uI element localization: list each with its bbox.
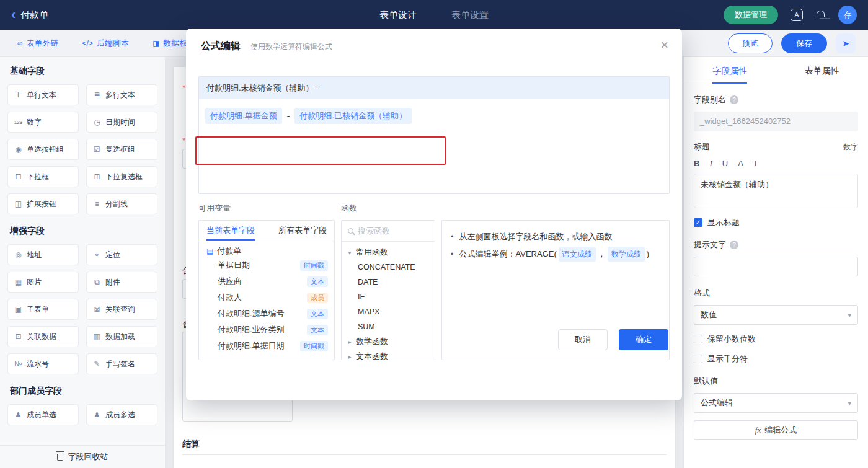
function-item[interactable]: IF bbox=[342, 289, 435, 304]
avatar[interactable]: 存 bbox=[838, 6, 857, 24]
font-color-button[interactable]: A bbox=[738, 159, 743, 169]
show-title-option[interactable]: 显示标题 bbox=[694, 217, 858, 228]
location-icon: ⌖ bbox=[91, 250, 103, 259]
formula-operator[interactable]: - bbox=[287, 111, 290, 121]
title-label: 标题 bbox=[694, 141, 710, 152]
variable-item[interactable]: 单据日期时间戳 bbox=[199, 257, 334, 273]
variable-name: 单据日期 bbox=[218, 260, 250, 271]
checkbox-icon[interactable] bbox=[694, 335, 702, 343]
variables-tab[interactable]: 所有表单字段 bbox=[278, 221, 327, 241]
help-icon[interactable]: ? bbox=[730, 241, 738, 249]
underline-button[interactable]: U bbox=[722, 159, 728, 169]
help-line: •从左侧面板选择字段名和函数，或输入函数 bbox=[451, 230, 660, 244]
save-button[interactable]: 保存 bbox=[781, 33, 827, 53]
variable-type-tag: 时间戳 bbox=[300, 341, 328, 351]
field-button[interactable]: ♟成员多选 bbox=[86, 404, 157, 425]
signature-icon: ✎ bbox=[91, 360, 103, 368]
subform-icon: ▣ bbox=[12, 305, 24, 314]
field-button[interactable]: 123数字 bbox=[7, 112, 79, 133]
function-group[interactable]: ▾常用函数 bbox=[342, 245, 435, 260]
notification-bell-icon[interactable] bbox=[815, 11, 826, 20]
confirm-button[interactable]: 确定 bbox=[619, 329, 668, 350]
props-tab[interactable]: 表单属性 bbox=[776, 57, 868, 84]
field-button-label: 下拉复选框 bbox=[105, 172, 143, 182]
checkbox-icon[interactable] bbox=[694, 355, 702, 363]
variable-item[interactable]: 付款明细.源单编号文本 bbox=[199, 306, 334, 322]
function-item[interactable]: DATE bbox=[342, 275, 435, 289]
help-text: ， bbox=[598, 247, 606, 261]
field-button-label: 日期时间 bbox=[105, 117, 135, 128]
format-select[interactable]: 数值 ▾ bbox=[694, 305, 858, 325]
form-node[interactable]: ▤付款单 bbox=[199, 241, 334, 257]
font-size-button[interactable]: T bbox=[753, 159, 758, 169]
nav-tab[interactable]: 表单设计 bbox=[379, 9, 417, 21]
formula-field-token[interactable]: 付款明细.单据金额 bbox=[205, 108, 282, 124]
default-value-select[interactable]: 公式编辑 ▾ bbox=[694, 393, 858, 413]
address-icon: ◎ bbox=[12, 250, 24, 259]
field-button[interactable]: ◷日期时间 bbox=[86, 112, 157, 133]
field-recycle-bin[interactable]: 字段回收站 bbox=[0, 445, 165, 468]
field-button-label: 流水号 bbox=[27, 359, 49, 369]
field-button[interactable]: ⊡关联数据 bbox=[7, 326, 79, 347]
app-switch-icon[interactable]: A bbox=[790, 9, 803, 21]
preview-button[interactable]: 预览 bbox=[728, 33, 773, 53]
field-button[interactable]: ≣多行文本 bbox=[86, 84, 157, 105]
thousand-option[interactable]: 显示千分符 bbox=[694, 353, 858, 364]
function-item[interactable]: MAPX bbox=[342, 304, 435, 319]
function-item[interactable]: SUM bbox=[342, 319, 435, 334]
function-item[interactable]: CONCATENATE bbox=[342, 260, 435, 275]
props-tab[interactable]: 字段属性 bbox=[684, 57, 776, 84]
field-button-label: 子表单 bbox=[27, 304, 49, 315]
formula-editor[interactable]: 付款明细.未核销金额（辅助） = 付款明细.单据金额-付款明细.已核销金额（辅助… bbox=[198, 76, 670, 194]
field-button[interactable]: ✎手写签名 bbox=[86, 353, 157, 374]
hint-input[interactable] bbox=[694, 257, 858, 276]
formula-expression[interactable]: 付款明细.单据金额-付款明细.已核销金额（辅助） bbox=[205, 108, 663, 124]
bold-button[interactable]: B bbox=[694, 159, 699, 169]
field-button-label: 关联查询 bbox=[105, 304, 135, 315]
field-button[interactable]: ⧉附件 bbox=[86, 272, 157, 293]
variable-item[interactable]: 供应商文本 bbox=[199, 273, 334, 289]
function-search-input[interactable]: 搜索函数 bbox=[342, 221, 435, 242]
nav-tab[interactable]: 表单设置 bbox=[451, 9, 489, 21]
field-button[interactable]: ≡分割线 bbox=[86, 193, 157, 214]
formula-field-token[interactable]: 付款明细.已核销金额（辅助） bbox=[294, 108, 412, 124]
field-button[interactable]: ♟成员单选 bbox=[7, 404, 79, 425]
variables-tab[interactable]: 当前表单字段 bbox=[206, 221, 255, 241]
field-button[interactable]: T单行文本 bbox=[7, 84, 79, 105]
field-button-label: 分割线 bbox=[105, 199, 128, 210]
field-button[interactable]: ⌖定位 bbox=[86, 244, 157, 265]
field-alias-input[interactable]: _widget_1662452402752 bbox=[694, 112, 858, 131]
variable-item[interactable]: 付款明细.单据日期时间戳 bbox=[199, 338, 334, 354]
italic-button[interactable]: I bbox=[709, 159, 712, 169]
variable-item[interactable]: 付款明细.业务类别文本 bbox=[199, 322, 334, 338]
help-icon[interactable]: ? bbox=[730, 95, 738, 104]
field-button[interactable]: ▦图片 bbox=[7, 272, 79, 293]
edit-formula-button[interactable]: fx 编辑公式 bbox=[694, 420, 858, 440]
toolbar-link[interactable]: ∞表单外链 bbox=[17, 38, 59, 49]
function-group[interactable]: ▸数学函数 bbox=[342, 334, 435, 349]
function-group[interactable]: ▸文本函数 bbox=[342, 349, 435, 360]
field-button[interactable]: №流水号 bbox=[7, 353, 79, 374]
sidebar-section-title: 增强字段 bbox=[10, 226, 155, 237]
title-editor[interactable]: 未核销金额（辅助） bbox=[694, 174, 858, 208]
section-heading: 结算 bbox=[182, 439, 200, 450]
field-button-label: 定位 bbox=[105, 250, 120, 260]
share-icon[interactable]: ➤ bbox=[836, 33, 856, 53]
close-icon[interactable]: × bbox=[660, 38, 668, 52]
field-button[interactable]: ⊞下拉复选框 bbox=[86, 166, 157, 187]
toolbar-link[interactable]: </>后端脚本 bbox=[82, 38, 129, 49]
variable-item[interactable]: 付款人成员 bbox=[199, 289, 334, 306]
checkbox-icon[interactable] bbox=[694, 218, 702, 227]
back-icon[interactable]: ‹ bbox=[11, 9, 16, 21]
field-button[interactable]: ▥数据加载 bbox=[86, 326, 157, 347]
cancel-button[interactable]: 取消 bbox=[558, 329, 608, 350]
field-button[interactable]: ⊟下拉框 bbox=[7, 166, 79, 187]
field-button[interactable]: ▣子表单 bbox=[7, 299, 79, 320]
field-button[interactable]: ◉单选按钮组 bbox=[7, 139, 79, 160]
field-button[interactable]: ⊠关联查询 bbox=[86, 299, 157, 320]
field-button[interactable]: ☑复选框组 bbox=[86, 139, 157, 160]
field-button[interactable]: ◎地址 bbox=[7, 244, 79, 265]
data-manage-button[interactable]: 数据管理 bbox=[724, 6, 778, 24]
decimal-option[interactable]: 保留小数位数 bbox=[694, 333, 858, 345]
field-button[interactable]: ◫扩展按钮 bbox=[7, 193, 79, 214]
